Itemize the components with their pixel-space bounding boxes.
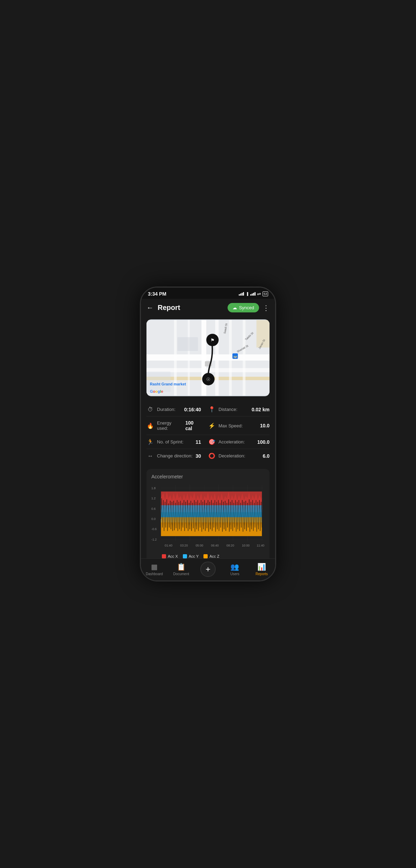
svg-text:05:00: 05:00 — [195, 544, 203, 547]
stats-row-1: 🔥 Energy used: 100 cal ⚡ Max Speed: 10.0 — [146, 417, 270, 435]
svg-text:🚌: 🚌 — [233, 354, 238, 359]
map-container[interactable]: ⚑ ☉ Rasht Grand market Shariati St Taleb… — [146, 319, 270, 396]
wifi-icon: ⇌ — [257, 291, 261, 297]
status-icons: ▐ ⇌ 53 — [239, 291, 268, 297]
nav-users[interactable]: 👥 Users — [221, 563, 248, 576]
signal-spacer: ▐ — [246, 292, 248, 296]
legend-label-y: Acc Y — [189, 554, 199, 558]
svg-text:06:40: 06:40 — [211, 544, 219, 547]
deceleration-value: 6.0 — [263, 453, 270, 459]
duration-icon: ⏱ — [146, 406, 154, 413]
signal-strength-2 — [250, 292, 256, 296]
legend-label-x: Acc X — [168, 554, 178, 558]
svg-rect-1 — [146, 354, 270, 361]
nav-dashboard-label: Dashboard — [146, 572, 163, 576]
back-button[interactable]: ← — [146, 304, 153, 312]
distance-label: Distance: — [218, 407, 237, 412]
legend-dot-x — [162, 554, 166, 558]
add-button[interactable]: + — [200, 562, 216, 577]
direction-value: 30 — [195, 453, 208, 459]
svg-rect-7 — [243, 320, 245, 396]
add-icon: + — [206, 565, 210, 573]
chart-legend: Acc X Acc Y Acc Z — [151, 554, 265, 558]
stats-container: ⏱ Duration: 0:16:40 📍 Distance: 0.02 km … — [141, 399, 275, 466]
battery-level: 53 — [264, 292, 267, 296]
google-logo: Google — [150, 389, 163, 393]
signal-bar-3 — [242, 293, 243, 296]
svg-text:Rasht Grand market: Rasht Grand market — [150, 382, 186, 386]
signal2-bar-3 — [253, 293, 254, 296]
status-time: 3:34 PM — [148, 291, 166, 297]
chart-wrapper: 1.8 1.2 0.6 0.0 -0.6 -1.2 — [151, 483, 265, 551]
nav-add[interactable]: + — [195, 562, 222, 577]
signal-strength — [239, 292, 244, 296]
signal-bar-2 — [240, 294, 241, 296]
energy-icon: 🔥 — [146, 422, 154, 429]
map-svg: ⚑ ☉ Rasht Grand market Shariati St Taleb… — [146, 319, 270, 396]
distance-value: 0.02 km — [252, 407, 270, 412]
maxspeed-label: Max Speed: — [218, 423, 243, 428]
svg-text:⚑: ⚑ — [210, 338, 215, 343]
svg-rect-11 — [177, 337, 198, 351]
svg-rect-6 — [229, 320, 232, 396]
stat-sprint: 🏃 No. of Sprint: 11 — [146, 439, 208, 445]
signal2-bar-2 — [252, 294, 253, 296]
synced-label: Synced — [239, 305, 254, 310]
acceleration-icon: 🎯 — [208, 439, 216, 445]
nav-dashboard[interactable]: ▦ Dashboard — [141, 563, 168, 576]
legend-acc-x: Acc X — [162, 554, 178, 558]
accelerometer-chart-container: Accelerometer 1.8 1.2 0.6 0.0 -0.6 -1.2 — [146, 469, 270, 563]
users-icon: 👥 — [230, 563, 239, 571]
more-menu-button[interactable]: ⋮ — [263, 304, 270, 312]
svg-text:☉: ☉ — [206, 377, 210, 382]
distance-icon: 📍 — [208, 406, 216, 413]
stats-row-0: ⏱ Duration: 0:16:40 📍 Distance: 0.02 km — [146, 403, 270, 417]
phone-content: 3:34 PM ▐ ⇌ 53 — [141, 288, 275, 580]
page-title: Report — [158, 304, 180, 312]
svg-text:0.0: 0.0 — [151, 517, 156, 521]
stat-energy: 🔥 Energy used: 100 cal — [146, 420, 208, 431]
sprint-icon: 🏃 — [146, 439, 154, 445]
svg-rect-5 — [215, 320, 219, 396]
nav-users-label: Users — [230, 572, 239, 576]
cloud-icon: ☁ — [232, 305, 237, 310]
direction-icon: ↔ — [146, 453, 154, 459]
sprint-label: No. of Sprint: — [157, 439, 184, 444]
stat-duration: ⏱ Duration: 0:16:40 — [146, 406, 208, 413]
nav-document-label: Document — [173, 572, 189, 576]
stats-row-2: 🏃 No. of Sprint: 11 🎯 Acceleration: 100.… — [146, 435, 270, 449]
maxspeed-icon: ⚡ — [208, 422, 216, 429]
stat-direction: ↔ Change direction: 30 — [146, 453, 208, 459]
legend-dot-y — [183, 554, 187, 558]
chart-svg: 1.8 1.2 0.6 0.0 -0.6 -1.2 — [151, 483, 265, 551]
legend-label-z: Acc Z — [209, 554, 219, 558]
direction-label: Change direction: — [157, 453, 193, 458]
svg-rect-9 — [188, 320, 190, 396]
header-left: ← Report — [146, 304, 180, 312]
stat-maxspeed: ⚡ Max Speed: 10.0 — [208, 422, 270, 429]
legend-acc-z: Acc Z — [203, 554, 219, 558]
status-bar: 3:34 PM ▐ ⇌ 53 — [141, 288, 275, 299]
duration-label: Duration: — [157, 407, 175, 412]
document-icon: 📋 — [177, 563, 186, 571]
nav-reports[interactable]: 📊 Reports — [248, 563, 275, 576]
duration-value: 0:16:40 — [184, 407, 208, 412]
stat-acceleration: 🎯 Acceleration: 100.0 — [208, 439, 270, 445]
nav-document[interactable]: 📋 Document — [168, 563, 195, 576]
sprint-value: 11 — [195, 439, 208, 445]
dashboard-icon: ▦ — [151, 563, 158, 571]
signal-bar-1 — [239, 294, 240, 296]
header-right: ☁ Synced ⋮ — [228, 303, 270, 312]
svg-text:08:20: 08:20 — [227, 544, 234, 547]
synced-button[interactable]: ☁ Synced — [228, 303, 259, 312]
acceleration-label: Acceleration: — [218, 439, 245, 444]
stat-distance: 📍 Distance: 0.02 km — [208, 406, 270, 413]
maxspeed-value: 10.0 — [260, 423, 270, 428]
svg-text:1.8: 1.8 — [151, 486, 156, 490]
acceleration-value: 100.0 — [257, 439, 270, 445]
deceleration-label: Deceleration: — [218, 453, 245, 458]
svg-text:-0.6: -0.6 — [151, 527, 157, 531]
energy-label: Energy used: — [157, 420, 182, 431]
signal-bar-4 — [243, 292, 244, 296]
chart-title: Accelerometer — [151, 474, 265, 479]
